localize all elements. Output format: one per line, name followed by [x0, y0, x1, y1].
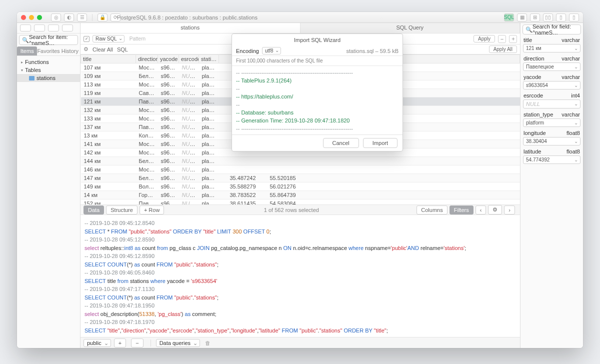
minimize-icon[interactable]: [29, 15, 34, 20]
field-label: station_type: [524, 112, 553, 118]
field-label: yacode: [524, 74, 541, 80]
query-console[interactable]: -- 2019-10-28 09:45:12.8540SELECT * FROM…: [80, 214, 520, 337]
field-value[interactable]: platform: [523, 118, 580, 127]
status-bar: public + − Data queries 🗑: [80, 337, 520, 348]
tree-tables[interactable]: ▾Tables: [17, 66, 80, 74]
detail-panel: 🔍 Search for field: ^nameS… titlevarchar…: [520, 23, 583, 348]
field-label: esrcode: [524, 92, 543, 98]
field-type: int4: [571, 92, 580, 98]
folder-icon[interactable]: [34, 24, 45, 32]
preview-label: First 100,000 characters of the SQL file: [232, 56, 402, 66]
file-info: stations.sql – 59.5 kB: [346, 48, 398, 54]
table-row[interactable]: 146 кмМосковск…s9601125NULLplatfor…: [81, 166, 520, 174]
lock-icon[interactable]: 🔒: [98, 14, 108, 22]
field-value[interactable]: 38.30404: [523, 137, 580, 146]
table-row[interactable]: 14 кмГорьковс…s9601876NULLplatform38.783…: [81, 191, 520, 200]
plus-button[interactable]: +: [114, 338, 126, 348]
encoding-label: Encoding: [236, 48, 259, 54]
tab-data[interactable]: Data: [84, 206, 104, 214]
field-value[interactable]: NULL: [523, 100, 580, 108]
column-header[interactable]: yacode: [158, 55, 179, 64]
field-value[interactable]: Павелецкое: [523, 62, 580, 71]
layout-icon[interactable]: ⊞: [530, 14, 540, 22]
minus-button[interactable]: −: [131, 338, 143, 348]
field-label: latitude: [524, 148, 541, 154]
sql-preview[interactable]: -- -------------------------------------…: [232, 66, 402, 134]
field-label: longitude: [524, 130, 546, 136]
add-filter-button[interactable]: ＋: [509, 35, 517, 43]
encoding-select[interactable]: utf8: [262, 47, 281, 54]
selection-status: 1 of 562 rows selected: [264, 207, 319, 213]
add-row-button[interactable]: + Row: [140, 206, 164, 214]
table-row[interactable]: 147 кмБелорусс…s9633995NULLplatform35.48…: [81, 174, 520, 182]
schema-select[interactable]: public: [84, 339, 111, 347]
field-label: title: [524, 37, 532, 43]
field-type: varchar: [562, 56, 580, 62]
modal-title: Import SQL Wizard: [232, 34, 402, 46]
table-row[interactable]: 152 кмПавелецк…s9633655NULLplatform38.61…: [81, 200, 520, 205]
import-sql-wizard-modal: Import SQL Wizard Encoding utf8 stations…: [232, 34, 403, 152]
field-type: varchar: [562, 74, 580, 80]
field-type: float8: [566, 148, 580, 154]
next-icon[interactable]: ›: [504, 206, 515, 214]
column-header[interactable]: esrcode: [179, 55, 199, 64]
layout-icon[interactable]: ▯: [569, 14, 579, 22]
tab-sql-query[interactable]: SQL Query: [300, 23, 520, 33]
sql-button[interactable]: SQL: [117, 46, 128, 52]
tab-favorites[interactable]: Favorites: [37, 46, 60, 56]
column-header[interactable]: title: [81, 55, 136, 64]
add-icon[interactable]: [20, 24, 31, 32]
tab-stations[interactable]: stations: [80, 23, 300, 33]
close-icon[interactable]: [21, 15, 26, 20]
export-icon[interactable]: [62, 24, 73, 32]
toolbar-icon[interactable]: ☰: [77, 14, 87, 22]
cancel-button[interactable]: Cancel: [323, 138, 359, 148]
queries-select[interactable]: Data queries: [156, 339, 200, 347]
db-icon[interactable]: [48, 24, 59, 32]
grid-footer: Data Structure + Row 1 of 562 rows selec…: [80, 204, 520, 214]
column-header[interactable]: direction: [136, 55, 158, 64]
gear-icon[interactable]: ⚙: [84, 46, 88, 52]
trash-icon[interactable]: 🗑: [205, 340, 210, 346]
layout-icon[interactable]: ▯▯: [543, 14, 553, 22]
filters-button[interactable]: Filters: [450, 206, 474, 214]
fullscreen-icon[interactable]: [37, 15, 42, 20]
tab-items[interactable]: Items: [17, 46, 37, 56]
table-row[interactable]: 149 кмВолокола…s9633658NULLplatform35.58…: [81, 182, 520, 191]
field-value[interactable]: 121 км: [523, 44, 580, 52]
field-value[interactable]: s9633654: [523, 81, 580, 90]
column-header[interactable]: stati…: [199, 55, 219, 64]
field-label: direction: [524, 56, 544, 62]
sidebar-search-input[interactable]: 🔍 Search for item: ^nameS…: [19, 35, 78, 45]
layout-icon[interactable]: ▦: [517, 14, 527, 22]
remove-filter-button[interactable]: −: [498, 35, 506, 43]
raw-sql-select[interactable]: Raw SQL: [92, 35, 124, 42]
prev-icon[interactable]: ‹: [476, 206, 486, 214]
columns-button[interactable]: Columns: [416, 206, 447, 214]
apply-button[interactable]: Apply: [474, 35, 495, 42]
field-type: varchar: [562, 112, 580, 118]
field-type: varchar: [562, 37, 580, 43]
checkbox[interactable]: ✓: [84, 36, 90, 42]
field-search-input[interactable]: 🔍 Search for field: ^nameS…: [522, 24, 581, 34]
field-value[interactable]: 54.774392: [523, 156, 580, 164]
gear-icon[interactable]: ⚙: [488, 205, 502, 214]
tab-structure[interactable]: Structure: [106, 206, 138, 214]
apply-all-button[interactable]: Apply All: [489, 46, 517, 53]
tree-functions[interactable]: ▸Functions: [17, 58, 80, 66]
sql-icon[interactable]: SQL: [504, 14, 514, 22]
table-icon: [29, 76, 34, 80]
import-button[interactable]: Import: [363, 138, 398, 148]
clear-all-button[interactable]: Clear All: [92, 46, 113, 52]
field-type: float8: [566, 130, 580, 136]
title-bar: ◎ ◐ ☰ 🔒 ⟳ PostgreSQL 9.6.8 : poezdato : …: [17, 12, 583, 23]
tab-history[interactable]: History: [60, 46, 80, 56]
app-window: ◎ ◐ ☰ 🔒 ⟳ PostgreSQL 9.6.8 : poezdato : …: [17, 12, 583, 348]
layout-icon[interactable]: ▯: [556, 14, 566, 22]
sidebar-tree: ▸Functions ▾Tables stations: [17, 56, 80, 84]
toolbar-icon[interactable]: ◐: [64, 14, 74, 22]
tree-item-stations[interactable]: stations: [17, 74, 80, 82]
sidebar-tabs: Items Favorites History: [17, 46, 80, 56]
table-row[interactable]: 144 кмБелорусс…s9601357NULLplatfor…: [81, 157, 520, 166]
toolbar-icon[interactable]: ◎: [51, 14, 61, 22]
